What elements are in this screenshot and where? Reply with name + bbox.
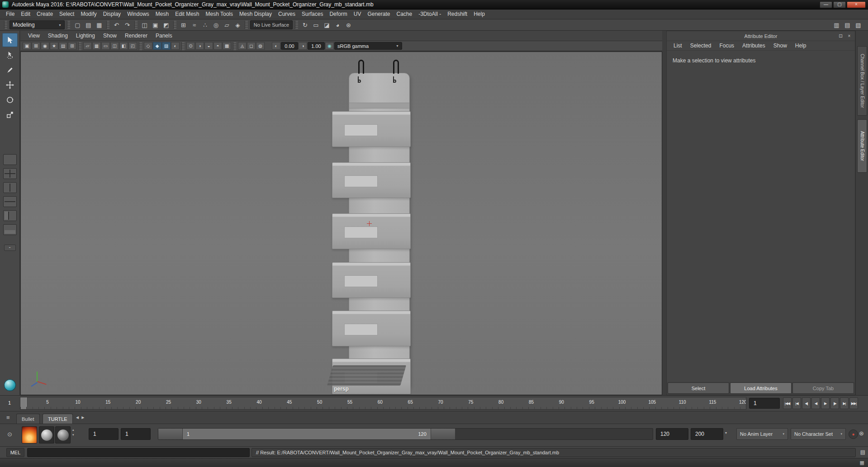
ipr-render-icon[interactable]: ◕ (332, 20, 343, 30)
layout-single-pane-button[interactable] (3, 154, 17, 165)
range-slider-active-range[interactable]: 1 120 (158, 429, 455, 439)
menu-edit-mesh[interactable]: Edit Mesh (172, 9, 202, 19)
range-slider-left-handle[interactable] (158, 429, 183, 439)
menu-deform[interactable]: Deform (326, 9, 350, 19)
menu-mesh-display[interactable]: Mesh Display (236, 9, 275, 19)
panel-menu-shading[interactable]: Shading (44, 33, 72, 39)
snap-to-projected-center-icon[interactable]: ◎ (211, 20, 221, 30)
scale-tool[interactable] (2, 108, 18, 122)
menu-select[interactable]: Select (56, 9, 77, 19)
menu-cache[interactable]: Cache (393, 9, 415, 19)
load-attributes-button[interactable]: Load Attributes (730, 382, 792, 394)
exposure-field[interactable]: 0.00 (281, 42, 298, 50)
gamma-icon[interactable]: ◑ (299, 42, 307, 50)
snap-to-view-plane-icon[interactable]: ▱ (222, 20, 232, 30)
playback-speed-caret-icon[interactable]: ▾ (725, 431, 727, 435)
new-scene-icon[interactable]: ▢ (72, 20, 83, 30)
panel-menu-view[interactable]: View (24, 33, 44, 39)
textured-icon[interactable]: ▨ (162, 42, 171, 50)
tab-bullet[interactable]: Bullet (16, 414, 40, 424)
shadows-icon[interactable]: ◑ (195, 42, 204, 50)
show-attribute-editor-icon[interactable]: ▥ (831, 20, 842, 30)
go-to-end-button[interactable]: ▶▶| (849, 397, 858, 409)
anim-layer-dropdown[interactable]: No Anim Layer ▾ (736, 428, 788, 440)
ae-menu-help[interactable]: Help (791, 42, 811, 49)
gamma-field[interactable]: 1.00 (308, 42, 325, 50)
screen-space-ao-icon[interactable]: ◒ (204, 42, 213, 50)
lock-camera-icon[interactable]: ⊠ (32, 42, 40, 50)
lasso-tool[interactable] (2, 48, 18, 62)
step-back-frame-button[interactable]: ◀| (802, 397, 811, 409)
playback-end-field[interactable]: 120 (656, 428, 688, 440)
motion-blur-icon[interactable]: ◓ (213, 42, 222, 50)
construction-history-icon[interactable]: ↻ (300, 20, 310, 30)
menu-windows[interactable]: Windows (124, 9, 152, 19)
playback-start-field[interactable]: 1 (121, 428, 151, 440)
animation-preferences-icon[interactable]: ⊛ (859, 430, 864, 437)
menu-mesh-tools[interactable]: Mesh Tools (203, 9, 236, 19)
color-management-icon[interactable]: ◉ (325, 42, 334, 50)
animation-start-field[interactable]: 1 (89, 428, 119, 440)
status-line-grip[interactable] (4, 21, 7, 29)
material-sphere-swatch-2[interactable] (55, 426, 71, 443)
panel-menu-show[interactable]: Show (99, 33, 121, 39)
rotate-tool[interactable] (2, 93, 18, 107)
panel-menu-panels[interactable]: Panels (152, 33, 176, 39)
menu-modify[interactable]: Modify (77, 9, 100, 19)
live-surface-field[interactable]: No Live Surface (250, 20, 293, 29)
step-forward-key-button[interactable]: ▶| (840, 397, 849, 409)
mel-input[interactable] (27, 448, 250, 457)
close-panel-icon[interactable]: × (846, 33, 853, 39)
panel-menu-renderer[interactable]: Renderer (121, 33, 152, 39)
menu-create[interactable]: Create (33, 9, 56, 19)
ae-menu-focus[interactable]: Focus (715, 42, 738, 49)
lighting-icon[interactable]: ⊙ (186, 42, 195, 50)
paint-select-tool[interactable] (2, 63, 18, 77)
workspace-selector[interactable]: Modeling ▼ (9, 20, 65, 29)
make-live-icon[interactable]: ◈ (232, 20, 243, 30)
minimize-button[interactable]: — (820, 1, 832, 8)
select-by-component-icon[interactable]: ◩ (161, 20, 171, 30)
animation-end-field[interactable]: 200 (691, 428, 723, 440)
field-chart-icon[interactable]: ◰ (128, 42, 137, 50)
shaded-icon[interactable]: ◆ (153, 42, 161, 50)
tabs-prev-icon[interactable]: ◀ (76, 415, 79, 420)
isolate-select-icon[interactable]: ◬ (238, 42, 247, 50)
mel-toggle-button[interactable]: MEL (6, 448, 24, 457)
open-render-view-icon[interactable]: ▭ (311, 20, 321, 30)
timeline-options-icon[interactable]: ⊙ (7, 431, 12, 438)
current-frame-marker[interactable] (20, 397, 27, 409)
menu-curves[interactable]: Curves (275, 9, 299, 19)
modeling-toolkit-icon[interactable] (4, 379, 16, 391)
go-to-start-button[interactable]: |◀◀ (783, 397, 792, 409)
select-by-object-icon[interactable]: ▣ (150, 20, 161, 30)
swatch-spin-up-icon[interactable]: ▴ (72, 428, 74, 432)
select-button[interactable]: Select (668, 382, 729, 394)
menu-mesh[interactable]: Mesh (152, 9, 172, 19)
auto-keyframe-toggle-icon[interactable]: ● (849, 429, 858, 439)
copy-tab-button[interactable]: Copy Tab (792, 382, 854, 394)
menu-edit[interactable]: Edit (18, 9, 33, 19)
tab-channel-box-layer-editor[interactable]: Channel Box / Layer Editor (857, 46, 867, 116)
menu-help[interactable]: Help (470, 9, 488, 19)
play-backwards-button[interactable]: ◀ (811, 397, 820, 409)
menu-3dtoall[interactable]: -3DtoAll - (415, 9, 444, 19)
step-forward-frame-button[interactable]: |▶ (830, 397, 839, 409)
two-d-pan-zoom-icon[interactable]: ⊞ (68, 42, 76, 50)
use-default-material-icon[interactable]: ◐ (171, 42, 180, 50)
render-swatch-icon[interactable] (22, 426, 37, 443)
ae-menu-attributes[interactable]: Attributes (738, 42, 769, 49)
float-panel-icon[interactable]: ⊡ (837, 33, 844, 39)
exposure-icon[interactable]: ◐ (272, 42, 280, 50)
material-sphere-swatch-1[interactable] (39, 426, 54, 443)
close-button[interactable]: × (847, 1, 866, 8)
hamburger-icon[interactable]: ≡ (6, 414, 10, 421)
ae-menu-show[interactable]: Show (769, 42, 791, 49)
camera-attributes-icon[interactable]: ◉ (41, 42, 49, 50)
ae-menu-list[interactable]: List (669, 42, 686, 49)
layout-persp-outliner-button[interactable] (3, 210, 17, 221)
menu-surfaces[interactable]: Surfaces (299, 9, 326, 19)
viewport-persp[interactable]: persp (20, 52, 662, 395)
menu-redshift[interactable]: Redshift (444, 9, 470, 19)
swatch-spin-down-icon[interactable]: ▾ (72, 433, 74, 437)
